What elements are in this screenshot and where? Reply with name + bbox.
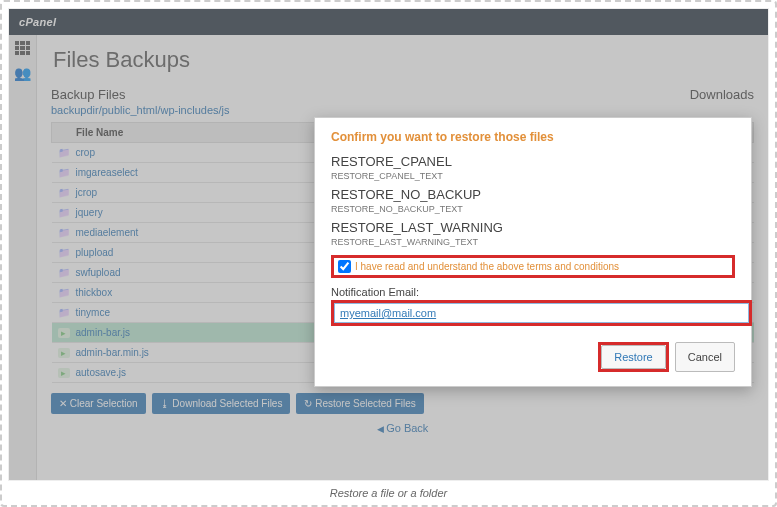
notification-email-label: Notification Email: <box>331 286 735 298</box>
notification-email-input[interactable] <box>334 303 749 323</box>
restore-confirm-modal: Confirm you want to restore those files … <box>314 117 752 387</box>
modal-heading-cpanel: RESTORE_CPANEL <box>331 154 735 169</box>
cancel-button[interactable]: Cancel <box>675 342 735 372</box>
modal-text-lastwarning: RESTORE_LAST_WARNING_TEXT <box>331 237 735 247</box>
modal-heading-lastwarning: RESTORE_LAST_WARNING <box>331 220 735 235</box>
terms-label[interactable]: I have read and understand the above ter… <box>355 261 619 272</box>
terms-checkbox[interactable] <box>338 260 351 273</box>
modal-heading-nobackup: RESTORE_NO_BACKUP <box>331 187 735 202</box>
figure-caption: Restore a file or a folder <box>8 487 769 499</box>
modal-title: Confirm you want to restore those files <box>331 130 735 144</box>
modal-text-nobackup: RESTORE_NO_BACKUP_TEXT <box>331 204 735 214</box>
modal-text-cpanel: RESTORE_CPANEL_TEXT <box>331 171 735 181</box>
restore-button[interactable]: Restore <box>601 345 666 369</box>
